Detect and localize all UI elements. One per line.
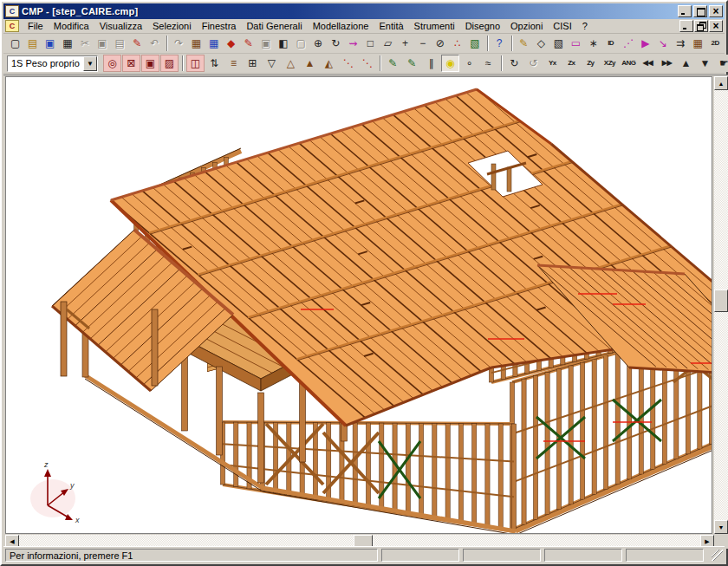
menu-item-modifica[interactable]: Modifica (49, 19, 94, 33)
export-image-icon[interactable]: ▧ (466, 35, 483, 52)
frame-window-icon[interactable]: ▭ (568, 35, 584, 52)
entity-id-icon[interactable]: ID (602, 35, 619, 52)
close-button[interactable] (709, 5, 723, 17)
frame-ladder-icon[interactable]: ≡ (224, 55, 243, 72)
view-settings-icon[interactable]: ▦ (205, 35, 222, 52)
paste-icon[interactable]: ▤ (112, 35, 128, 52)
scroll-down-button[interactable]: ▼ (714, 520, 728, 534)
check-draw-a-icon[interactable]: ✎ (384, 55, 402, 72)
title-bar[interactable]: C CMP - [step_CAIRE.cmp] (3, 3, 725, 19)
window-pane-icon[interactable]: ▢ (293, 35, 309, 52)
mdi-minimize-button[interactable] (679, 20, 693, 32)
zoom-previous-icon[interactable]: ▱ (380, 35, 396, 52)
light-on-icon[interactable]: ◉ (441, 55, 459, 72)
menu-item-strumenti[interactable]: Strumenti (409, 19, 460, 33)
view-xzy-icon[interactable]: XZy (601, 55, 619, 72)
check-draw-b-icon[interactable]: ✎ (403, 55, 421, 72)
zoom-extents-icon[interactable]: ⊘ (432, 35, 448, 52)
menu-item-?[interactable]: ? (577, 19, 593, 33)
menu-item-dati-generali[interactable]: Dati Generali (241, 19, 307, 33)
resize-grip[interactable] (712, 550, 723, 561)
zoom-window-icon[interactable]: □ (362, 35, 379, 52)
vertical-scroll-thumb[interactable] (714, 290, 728, 312)
new-file-icon[interactable]: ▢ (7, 35, 23, 52)
pan-move-icon[interactable]: ⊕ (310, 35, 327, 52)
node-pair-a-icon[interactable]: ∘ (460, 55, 478, 72)
mdi-restore-button[interactable] (694, 20, 708, 32)
node-info-icon[interactable]: ⋰ (620, 35, 636, 52)
pan-hand-icon[interactable]: ☛ (715, 55, 728, 72)
step-forward-icon[interactable]: ▶▶ (658, 55, 676, 72)
view-zx-icon[interactable]: Zx (562, 55, 581, 72)
adjust-sliders-icon[interactable]: ∥ (422, 55, 440, 72)
menu-item-cisi[interactable]: CISI (548, 19, 576, 33)
sparkle-tool-icon[interactable]: ✎ (516, 35, 532, 52)
filter-icon[interactable]: ▽ (263, 55, 281, 72)
deselect-icon[interactable]: ↘ (654, 35, 671, 52)
pick-arrow-icon[interactable]: ▶ (637, 35, 653, 52)
help-pointer-icon[interactable]: ? (491, 35, 508, 52)
save-floppy-icon[interactable]: ▣ (42, 35, 58, 52)
rotate-zoom-icon[interactable]: ↻ (505, 55, 523, 72)
vertical-scrollbar[interactable]: ▲ ▼ (714, 76, 728, 534)
dropdown-arrow-icon[interactable]: ▼ (83, 56, 97, 71)
axes-ucs-icon[interactable]: ∗ (585, 35, 601, 52)
menu-item-modellazione[interactable]: Modellazione (308, 19, 374, 33)
wireframe-view-icon[interactable]: ◇ (533, 35, 549, 52)
format-painter-icon[interactable]: ✎ (129, 35, 146, 52)
view-yx-icon[interactable]: Yx (543, 55, 562, 72)
snap-nodes-icon[interactable]: ∴ (449, 35, 465, 52)
menu-item-file[interactable]: File (23, 19, 49, 33)
copy-entities-icon[interactable]: ▣ (257, 35, 274, 52)
menu-item-selezioni[interactable]: Selezioni (147, 19, 197, 33)
lower-icon[interactable]: ▼ (696, 55, 714, 72)
menu-item-visualizza[interactable]: Visualizza (94, 19, 147, 33)
link-red-b-icon[interactable]: ⋱ (358, 55, 376, 72)
select-remove-icon[interactable]: ▨ (160, 55, 179, 72)
zoom-out-icon[interactable]: − (414, 35, 431, 52)
solid-view-icon[interactable]: ▧ (550, 35, 567, 52)
raise-icon[interactable]: ▲ (677, 55, 695, 72)
cut-icon[interactable]: ✂ (76, 35, 93, 52)
pencil-edit-icon[interactable]: ✎ (240, 35, 257, 52)
zoom-in-icon[interactable]: + (397, 35, 413, 52)
redo-icon[interactable]: ↷ (171, 35, 187, 52)
link-red-a-icon[interactable]: ⋱ (339, 55, 357, 72)
load-case-dropdown[interactable]: 1S Peso proprio ▼ (7, 55, 98, 72)
zoom-select-icon[interactable]: ◎ (103, 55, 121, 72)
plumb-b-icon[interactable]: ▲ (301, 55, 319, 72)
palette-icon[interactable]: ◆ (223, 35, 239, 52)
view-2d-icon[interactable]: 2D (707, 35, 724, 52)
step-back-icon[interactable]: ◀◀ (639, 55, 657, 72)
plumb-c-icon[interactable]: ◭ (320, 55, 338, 72)
menu-item-disegno[interactable]: Disegno (460, 19, 505, 33)
window-split-icon[interactable]: ◧ (275, 35, 291, 52)
menu-item-opzioni[interactable]: Opzioni (505, 19, 548, 33)
select-box-icon[interactable]: ◫ (186, 55, 205, 72)
menu-item-finestra[interactable]: Finestra (197, 19, 242, 33)
plumb-a-icon[interactable]: △ (282, 55, 300, 72)
view-zy-icon[interactable]: Zy (582, 55, 600, 72)
rotate-view-icon[interactable]: ↻ (328, 35, 344, 52)
maximize-button[interactable] (693, 5, 707, 17)
menu-item-entit-[interactable]: Entità (374, 19, 408, 33)
mdi-document-icon[interactable]: C (5, 20, 19, 32)
copy-icon[interactable]: ▣ (94, 35, 110, 52)
frame-grid-icon[interactable]: ⊞ (244, 55, 262, 72)
crop-select-icon[interactable]: ⊠ (122, 55, 140, 72)
rotate-off-icon[interactable]: ↺ (524, 55, 543, 72)
select-arrows-icon[interactable]: ⇅ (205, 55, 224, 72)
mdi-close-button[interactable] (709, 20, 723, 32)
multi-pick-icon[interactable]: ⇉ (672, 35, 688, 52)
dynamic-view-icon[interactable]: ⇝ (345, 35, 361, 52)
scroll-up-button[interactable]: ▲ (714, 76, 728, 90)
select-add-icon[interactable]: ▣ (141, 55, 159, 72)
model-viewport[interactable]: zyx (5, 76, 712, 534)
open-folder-icon[interactable]: ▤ (24, 35, 41, 52)
node-pair-b-icon[interactable]: ≈ (479, 55, 497, 72)
undo-icon[interactable]: ↶ (146, 35, 163, 52)
print-icon[interactable]: ▦ (59, 35, 75, 52)
minimize-button[interactable] (678, 5, 692, 17)
view-angle-icon[interactable]: ANG (620, 55, 638, 72)
print-model-icon[interactable]: ▦ (188, 35, 205, 52)
